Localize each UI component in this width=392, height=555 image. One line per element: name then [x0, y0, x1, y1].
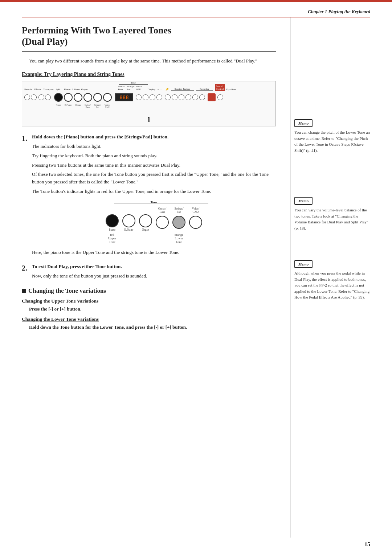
memo2-title: Memo — [294, 197, 370, 205]
section-heading: Changing the Tone variations — [22, 287, 276, 295]
tone-organ-btn[interactable] — [139, 214, 152, 227]
tone-voice-btn[interactable] — [189, 216, 202, 229]
orange-label: orange — [172, 233, 185, 236]
black-square-icon — [22, 289, 26, 293]
memo-box-1: Memo You can change the pitch of the Low… — [294, 119, 370, 153]
part-btn[interactable] — [172, 94, 177, 100]
step1-para5: The Tone button's indicator lights in re… — [32, 188, 276, 195]
lower-tone-label: Lower Tone — [172, 236, 185, 244]
memo2-icon: Memo — [294, 197, 313, 205]
intro-text: You can play two different sounds from a… — [22, 57, 276, 65]
tone-strings-btn[interactable] — [172, 216, 185, 229]
memo1-icon: Memo — [294, 119, 313, 127]
chapter-header: Chapter 1 Playing the Keyboard — [0, 2, 392, 15]
guitar-btn-diagram[interactable] — [83, 93, 92, 102]
organ-btn-diagram[interactable] — [74, 93, 82, 102]
upper-variations-instruction: Press the [-] or [+] button. — [29, 306, 276, 312]
epiano-btn-diagram[interactable] — [64, 93, 73, 102]
step1-para6: Here, the piano tone is the Upper Tone a… — [32, 249, 276, 256]
start-stop-btn[interactable] — [165, 94, 171, 100]
lower-variations-instruction: Hold down the Tone button for the Lower … — [29, 324, 276, 330]
keyboard-diagram: Reverb Effects Transpose Split Piano E.P… — [22, 81, 276, 126]
plus-btn[interactable] — [150, 94, 155, 100]
play-disp-btn[interactable] — [185, 94, 191, 100]
page-number: 15 — [0, 538, 392, 555]
lower-variations-heading: Changing the Lower Tone Variations — [22, 316, 276, 322]
diagram-step-number: 1 — [24, 116, 273, 124]
step2-para1: Now, only the tone of the button you jus… — [32, 272, 276, 280]
fn-btn[interactable] — [136, 94, 142, 100]
upper-tone-label: Upper Tone — [106, 236, 119, 244]
memo3-text: Although when you press the pedal while … — [294, 270, 370, 300]
sound-control-btn[interactable] — [208, 93, 216, 101]
inc-btn[interactable] — [192, 94, 198, 100]
tone-piano-btn[interactable] — [106, 214, 119, 227]
page-title: Performing With Two Layered Tones (Dual … — [22, 25, 276, 52]
chapter-title: Chapter 1 Playing the Keyboard — [308, 9, 370, 14]
memo-box-3: Memo Although when you press the pedal w… — [294, 260, 370, 300]
minus-btn[interactable] — [143, 94, 148, 100]
step1-content: Hold down the [Piano] button and press t… — [32, 134, 276, 258]
step1-para2: Try fingering the keyboard. Both the pia… — [32, 152, 276, 160]
step2-title: To exit Dual Play, press either Tone but… — [32, 263, 276, 270]
memo2-text: You can vary the volume-level balance of… — [294, 207, 370, 231]
memo-box-2: Memo You can vary the volume-level balan… — [294, 197, 370, 231]
content-area: Performing With Two Layered Tones (Dual … — [22, 17, 287, 538]
red-label: red — [106, 233, 119, 236]
transpose-btn[interactable] — [38, 94, 44, 100]
tone-guitar-btn[interactable] — [156, 216, 169, 229]
step1-para1: The indicators for both buttons light. — [32, 143, 276, 150]
split-btn[interactable] — [45, 94, 51, 100]
step1-para3: Pressing two Tone buttons at the same ti… — [32, 162, 276, 169]
effects-btn[interactable] — [31, 94, 37, 100]
dec-btn[interactable] — [199, 94, 205, 100]
step1: 1. Hold down the [Piano] button and pres… — [22, 134, 276, 258]
display-panel: 888 — [115, 93, 133, 101]
equalizer-btn[interactable] — [217, 94, 223, 100]
step1-para4: Of these two selected tones, the one for… — [32, 171, 276, 186]
reverb-btn[interactable] — [24, 94, 30, 100]
page-container: Chapter 1 Playing the Keyboard Performin… — [0, 0, 392, 555]
tone-epiano-btn[interactable] — [122, 214, 135, 227]
step2: 2. To exit Dual Play, press either Tone … — [22, 263, 276, 282]
memo1-text: You can change the pitch of the Lower To… — [294, 129, 370, 153]
example-heading: Example: Try Layering Piano and String T… — [22, 72, 276, 77]
tone-diagram: Tone Guitar/Bass Strings/Pad V — [32, 200, 276, 244]
piano-btn-diagram[interactable] — [54, 93, 63, 102]
key-btn[interactable] — [156, 94, 162, 100]
voice-btn-diagram[interactable] — [103, 93, 112, 102]
sidebar-area: Memo You can change the pitch of the Low… — [290, 17, 370, 538]
step1-title: Hold down the [Piano] button and press t… — [32, 134, 276, 141]
memo3-icon: Memo — [294, 260, 313, 268]
memo1-title: Memo — [294, 119, 370, 127]
step1-number: 1. — [22, 134, 32, 143]
chord-prog-btn[interactable] — [179, 94, 184, 100]
upper-variations-heading: Changing the Upper Tone Variations — [22, 298, 276, 304]
memo3-title: Memo — [294, 260, 370, 268]
step2-number: 2. — [22, 263, 32, 272]
strings-btn-diagram[interactable] — [93, 93, 102, 102]
step2-content: To exit Dual Play, press either Tone but… — [32, 263, 276, 282]
main-layout: Performing With Two Layered Tones (Dual … — [0, 17, 392, 538]
